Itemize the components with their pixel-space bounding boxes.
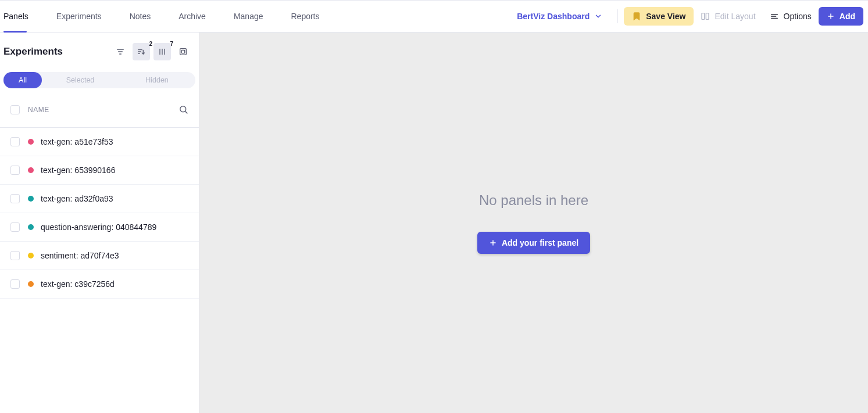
- add-first-panel-label: Add your first panel: [502, 238, 578, 247]
- topbar: Panels Experiments Notes Archive Manage …: [0, 0, 868, 33]
- dashboard-dropdown[interactable]: BertViz Dashboard: [508, 12, 612, 21]
- group-icon: [178, 47, 188, 56]
- svg-rect-16: [180, 49, 187, 55]
- segment-label: Hidden: [145, 76, 169, 84]
- segment-hidden[interactable]: Hidden: [119, 72, 195, 88]
- search-button[interactable]: [178, 105, 188, 114]
- row-checkbox[interactable]: [10, 194, 20, 203]
- segment-all[interactable]: All: [3, 72, 42, 88]
- tab-archive[interactable]: Archive: [165, 1, 220, 32]
- svg-rect-0: [702, 13, 705, 20]
- tab-reports[interactable]: Reports: [277, 1, 333, 32]
- svg-rect-1: [706, 13, 709, 20]
- sidebar-header: Experiments 2 7: [0, 33, 199, 67]
- experiment-name: text-gen: c39c7256d: [41, 279, 115, 289]
- experiment-name: question-answering: 040844789: [41, 222, 156, 232]
- add-label: Add: [840, 12, 855, 21]
- select-all-checkbox[interactable]: [10, 105, 20, 114]
- list-item[interactable]: text-gen: ad32f0a93: [0, 185, 199, 213]
- svg-rect-17: [181, 50, 184, 53]
- columns-button[interactable]: 7: [153, 43, 171, 60]
- tab-label: Archive: [178, 12, 206, 21]
- tab-notes[interactable]: Notes: [116, 1, 165, 32]
- layout-icon: [701, 12, 710, 21]
- dashboard-name: BertViz Dashboard: [517, 12, 590, 21]
- divider: [617, 9, 618, 23]
- tab-label: Reports: [291, 12, 319, 21]
- filter-button[interactable]: [112, 43, 129, 60]
- experiment-name: text-gen: a51e73f53: [41, 137, 113, 146]
- experiment-name: sentiment: ad70f74e3: [41, 251, 119, 260]
- segment-label: Selected: [66, 76, 95, 84]
- list-item[interactable]: text-gen: a51e73f53: [0, 128, 199, 156]
- row-checkbox[interactable]: [10, 279, 20, 289]
- tab-label: Experiments: [56, 12, 102, 21]
- experiment-name: text-gen: ad32f0a93: [41, 194, 113, 203]
- columns-badge: 7: [170, 41, 173, 47]
- color-dot: [28, 196, 34, 202]
- options-button[interactable]: Options: [763, 7, 819, 26]
- menu-icon: [770, 12, 779, 21]
- tab-manage[interactable]: Manage: [220, 1, 277, 32]
- list-item[interactable]: text-gen: 653990166: [0, 156, 199, 185]
- segment-label: All: [19, 76, 27, 84]
- tab-label: Notes: [130, 12, 151, 21]
- experiment-list: text-gen: a51e73f53 text-gen: 653990166 …: [0, 127, 199, 299]
- color-dot: [28, 253, 34, 258]
- list-item[interactable]: text-gen: c39c7256d: [0, 270, 199, 299]
- group-button[interactable]: [174, 43, 192, 60]
- save-view-button[interactable]: Save View: [624, 7, 694, 26]
- list-item[interactable]: sentiment: ad70f74e3: [0, 242, 199, 270]
- segment-selected[interactable]: Selected: [42, 72, 119, 88]
- plus-icon: [489, 239, 497, 247]
- color-dot: [28, 224, 34, 230]
- save-view-label: Save View: [646, 12, 685, 21]
- tab-experiments[interactable]: Experiments: [42, 1, 116, 32]
- add-button[interactable]: Add: [819, 7, 863, 26]
- row-checkbox[interactable]: [10, 222, 20, 232]
- sort-badge: 2: [149, 41, 152, 47]
- column-header-name: NAME: [28, 106, 178, 114]
- edit-layout-button: Edit Layout: [694, 7, 762, 26]
- filter-segmented: All Selected Hidden: [3, 72, 195, 88]
- row-checkbox[interactable]: [10, 251, 20, 260]
- sort-button[interactable]: 2: [133, 43, 150, 60]
- color-dot: [28, 167, 34, 173]
- tab-panels[interactable]: Panels: [0, 1, 42, 32]
- tab-label: Manage: [234, 12, 263, 21]
- list-header: NAME: [0, 92, 199, 127]
- sort-icon: [137, 47, 146, 56]
- search-icon: [178, 105, 188, 114]
- options-label: Options: [784, 12, 812, 21]
- main-panel-area: No panels in here Add your first panel: [199, 33, 868, 413]
- columns-icon: [158, 47, 167, 56]
- color-dot: [28, 139, 34, 145]
- experiment-name: text-gen: 653990166: [41, 166, 115, 175]
- edit-layout-label: Edit Layout: [715, 12, 755, 21]
- row-checkbox[interactable]: [10, 137, 20, 146]
- empty-state-message: No panels in here: [479, 192, 588, 209]
- row-checkbox[interactable]: [10, 166, 20, 175]
- color-dot: [28, 281, 34, 287]
- bookmark-icon: [632, 12, 641, 21]
- filter-icon: [116, 47, 125, 56]
- plus-icon: [827, 12, 835, 20]
- chevron-down-icon: [594, 12, 602, 20]
- add-first-panel-button[interactable]: Add your first panel: [477, 232, 590, 254]
- sidebar: Experiments 2 7: [0, 33, 199, 413]
- workspace: Experiments 2 7: [0, 33, 868, 413]
- list-item[interactable]: question-answering: 040844789: [0, 213, 199, 242]
- tab-label: Panels: [3, 12, 28, 21]
- topnav: Panels Experiments Notes Archive Manage …: [0, 1, 334, 32]
- svg-line-19: [185, 112, 187, 113]
- sidebar-title: Experiments: [3, 46, 108, 58]
